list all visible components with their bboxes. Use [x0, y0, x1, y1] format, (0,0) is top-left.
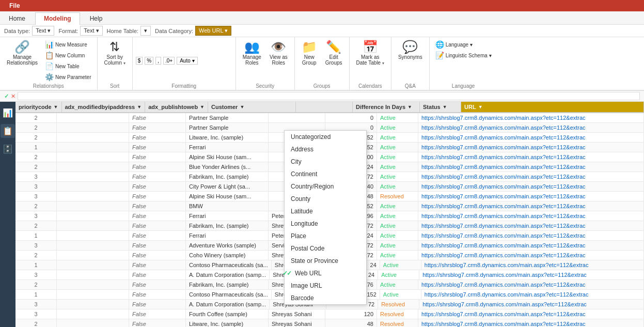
edit-groups-button[interactable]: ✏️ EditGroups: [322, 39, 346, 67]
sort-by-column-button[interactable]: ⇅ Sort byColumn ▾: [101, 39, 129, 67]
cell-url: https://shrsblog7.crm8.dynamics.com/main…: [421, 260, 644, 270]
cell-publish: False: [129, 221, 186, 230]
language-button[interactable]: 🌐 Language ▾: [433, 39, 494, 50]
file-tab[interactable]: File: [4, 1, 25, 10]
dropdown-item-country-region[interactable]: Country/Region: [285, 180, 366, 193]
cell-customer: Partner Sample: [186, 123, 269, 132]
cell-customer: Ferrari: [186, 231, 269, 240]
mark-as-date-table-button[interactable]: 📅 Mark asDate Table ▾: [353, 39, 388, 67]
col-header-ipaddress[interactable]: adx_modifiedbyipaddress ▼: [62, 102, 146, 112]
auto-dropdown[interactable]: Auto ▾: [177, 57, 197, 65]
cell-status: Resolved: [377, 192, 418, 201]
linguistic-schema-button[interactable]: 📝 Linguistic Schema ▾: [433, 50, 494, 60]
col-header-owner[interactable]: [296, 102, 353, 112]
col-header-status[interactable]: Status ▼: [420, 102, 461, 112]
col-header-customer[interactable]: Customer ▼: [208, 102, 296, 112]
cell-publish: False: [129, 143, 186, 152]
dropdown-item-web-url[interactable]: ✓Web URL: [285, 267, 366, 279]
format-dropdown[interactable]: Text ▾: [80, 26, 102, 36]
dropdown-item-place[interactable]: Place: [285, 230, 366, 242]
data-type-dropdown[interactable]: Text ▾: [32, 26, 54, 36]
sidebar-data-icon[interactable]: 📋: [1, 124, 15, 138]
relationships-section-label: Relationships: [3, 82, 94, 90]
cell-customer: Contoso Pharmaceuticals (sa...: [186, 260, 272, 270]
linguistic-schema-label: Linguistic Schema ▾: [446, 53, 492, 58]
cell-priority: 2: [15, 113, 57, 122]
col-header-url[interactable]: URL ▼: [461, 102, 644, 112]
cell-customer: Fourth Coffee (sample): [186, 309, 269, 319]
col-label-ipaddress: adx_modifiedbyipaddress: [65, 104, 135, 110]
language-section-label: Language: [433, 82, 494, 90]
cell-url: https://shrsblog7.crm8.dynamics.com/main…: [418, 251, 644, 260]
cell-url: https://shrsblog7.crm8.dynamics.com/main…: [418, 280, 644, 289]
new-group-button[interactable]: 📁 NewGroup: [298, 39, 321, 67]
home-table-dropdown[interactable]: ▾: [140, 26, 151, 36]
cell-owner: Shreyas Sohani: [269, 309, 325, 319]
sidebar-model-icon[interactable]: 🗄️: [1, 142, 15, 156]
col-header-priority[interactable]: prioritycode ▼: [15, 102, 62, 112]
cell-ipaddress: [57, 270, 129, 279]
formula-cancel[interactable]: ✕: [11, 93, 15, 100]
data-category-label: Data Category:: [155, 28, 193, 34]
table-row: 3 False Fourth Coffee (sample) Shreyas S…: [15, 309, 644, 319]
data-grid: prioritycode ▼ adx_modifiedbyipaddress ▼…: [15, 102, 644, 327]
new-buttons-col: 📊 New Measure 📋 New Column 📄 New Table ⚙…: [42, 39, 93, 82]
dropdown-item-address[interactable]: Address: [285, 143, 366, 155]
synonyms-button[interactable]: 💬 Synonyms: [395, 39, 426, 61]
tab-help[interactable]: Help: [81, 12, 112, 24]
tab-home[interactable]: Home: [0, 12, 34, 24]
cell-priority: 3: [15, 172, 57, 181]
dropdown-item-postal-code[interactable]: Postal Code: [285, 242, 366, 255]
currency-btn[interactable]: $: [136, 57, 143, 65]
cell-url: https://shrsblog7.crm8.dynamics.com/main…: [419, 300, 644, 309]
new-parameter-button[interactable]: ⚙️ New Parameter: [42, 72, 93, 82]
manage-roles-icon: 👥: [244, 41, 260, 53]
formula-input[interactable]: [18, 92, 640, 100]
col-header-publish[interactable]: adx_publishtoweb ▼: [145, 102, 208, 112]
dropdown-item-latitude[interactable]: Latitude: [285, 205, 366, 217]
new-measure-button[interactable]: 📊 New Measure: [42, 39, 93, 50]
sidebar-report-icon[interactable]: 📊: [1, 106, 15, 120]
data-category-dropdown[interactable]: Web URL ▾: [195, 26, 231, 36]
view-as-roles-button[interactable]: 👁️ View asRoles: [266, 39, 291, 67]
cell-customer: A. Datum Corporation (samp...: [186, 270, 270, 279]
cell-customer: Contoso Pharmaceuticals (sa...: [186, 290, 272, 299]
dropdown-item-uncategorized[interactable]: Uncategorized: [285, 131, 366, 143]
cell-ipaddress: [57, 201, 129, 211]
new-measure-label: New Measure: [55, 42, 87, 48]
dropdown-item-city[interactable]: City: [285, 155, 366, 168]
dropdown-item-image-url[interactable]: Image URL: [285, 279, 366, 292]
col-label-status: Status: [423, 104, 441, 110]
formula-check[interactable]: ✓: [4, 93, 9, 100]
cell-url: https://shrsblog7.crm8.dynamics.com/main…: [418, 113, 644, 122]
manage-relationships-button[interactable]: 🔗 ManageRelationships: [3, 39, 41, 67]
increase-decimal-btn[interactable]: .0+: [163, 57, 175, 65]
qa-section-label: Q&A: [395, 82, 426, 90]
cell-priority: 2: [15, 123, 57, 132]
home-table-label: Home Table:: [107, 28, 139, 34]
cell-publish: False: [129, 231, 186, 240]
formatting-controls: $ % , .0+ Auto ▾: [136, 39, 232, 82]
language-buttons: 🌐 Language ▾ 📝 Linguistic Schema ▾: [433, 39, 494, 82]
manage-roles-button[interactable]: 👥 ManageRoles: [239, 39, 265, 67]
cell-days: 0: [325, 113, 377, 122]
cell-publish: False: [129, 162, 186, 172]
new-measure-icon: 📊: [45, 40, 54, 49]
formatting-section-label: Formatting: [136, 82, 232, 90]
col-header-days[interactable]: Difference In Days ▼: [353, 102, 420, 112]
dropdown-item-barcode[interactable]: Barcode: [285, 292, 366, 304]
tab-modeling[interactable]: Modeling: [35, 12, 80, 25]
dropdown-item-county[interactable]: County: [285, 193, 366, 205]
new-parameter-icon: ⚙️: [45, 73, 54, 81]
dropdown-item-continent[interactable]: Continent: [285, 168, 366, 180]
cell-publish: False: [129, 290, 186, 299]
cell-owner: Shreyas Sohani: [269, 319, 325, 327]
new-table-button[interactable]: 📄 New Table: [42, 61, 93, 71]
new-column-button[interactable]: 📋 New Column: [42, 50, 93, 60]
dropdown-item-state-province[interactable]: State or Province: [285, 255, 366, 267]
dropdown-item-longitude[interactable]: Longitude: [285, 217, 366, 230]
cell-publish: False: [129, 113, 186, 122]
cell-customer: Alpine Ski House (sam...: [186, 152, 269, 162]
comma-btn[interactable]: ,: [155, 57, 161, 65]
percent-btn[interactable]: %: [145, 57, 153, 65]
